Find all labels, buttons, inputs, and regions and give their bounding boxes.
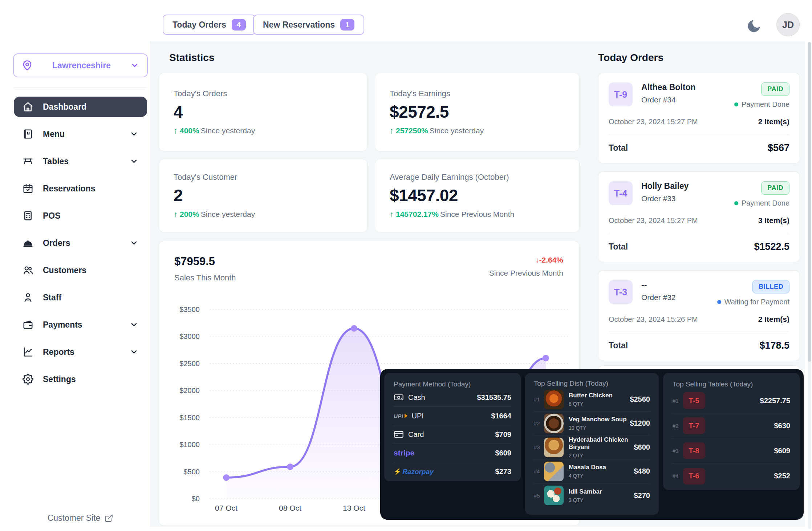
table-badge: T-4 xyxy=(609,181,633,205)
cloche-icon xyxy=(23,238,33,248)
theme-toggle-button[interactable] xyxy=(744,16,764,36)
payment-status-dot xyxy=(734,102,738,106)
payment-status-note: Waiting for Payment xyxy=(724,298,789,306)
dish-qty: 4 QTY xyxy=(569,473,606,479)
stat-delta-percent: 257250% xyxy=(396,126,428,135)
order-date: October 23, 2024 15:26 PM xyxy=(609,315,698,324)
dish-amount: $600 xyxy=(634,443,650,451)
dish-name: Idli Sambar xyxy=(569,488,602,495)
table-amount: $2257.75 xyxy=(760,397,790,405)
menu-book-icon xyxy=(23,129,33,139)
moon-icon xyxy=(746,18,762,34)
sidebar-item-reservations[interactable]: Reservations xyxy=(14,178,147,199)
order-card[interactable]: T-9 Althea Bolton Order #34 PAID Payment… xyxy=(598,73,800,163)
dish-row: #2 Veg Manchow Soup 10 QTY $1200 xyxy=(534,412,650,435)
dish-name: Butter Chicken xyxy=(569,392,613,399)
table-badge: T-6 xyxy=(683,468,705,485)
payment-amount: $709 xyxy=(495,430,512,439)
payment-amount: $31535.75 xyxy=(477,393,511,402)
sidebar-item-tables[interactable]: Tables xyxy=(14,151,147,171)
location-selector[interactable]: Lawrenceshire xyxy=(13,53,148,77)
status-badge: BILLED xyxy=(752,280,789,293)
stat-label: Today's Customer xyxy=(174,173,367,182)
payment-amount: $1664 xyxy=(491,412,511,420)
customer-name: Althea Bolton xyxy=(641,82,696,92)
sidebar-item-staff[interactable]: Staff xyxy=(14,287,147,308)
users-icon xyxy=(23,265,33,276)
sales-change-caption: Since Previous Month xyxy=(489,269,563,277)
dish-row: #1 Butter Chicken 8 QTY $2560 xyxy=(534,388,650,412)
stat-label: Today's Orders xyxy=(174,89,367,98)
table-badge: T-3 xyxy=(609,280,633,304)
rank-label: #4 xyxy=(534,468,544,474)
masala-dosa-photo xyxy=(544,462,564,481)
sidebar-item-dashboard[interactable]: Dashboard xyxy=(14,97,147,117)
wallet-icon xyxy=(23,319,33,330)
svg-text:$500: $500 xyxy=(184,468,200,476)
payment-row: stripe $609 xyxy=(394,444,511,462)
order-number: Order #33 xyxy=(641,194,689,203)
svg-text:13 Oct: 13 Oct xyxy=(343,504,365,512)
sidebar-item-reports[interactable]: Reports xyxy=(14,342,147,362)
new-reservations-button[interactable]: New Reservations 1 xyxy=(253,15,364,35)
order-total: $567 xyxy=(768,142,789,154)
idli-sambar-photo xyxy=(544,486,564,505)
razorpay-logo: Razorpay xyxy=(394,468,434,476)
sidebar-item-customers[interactable]: Customers xyxy=(14,260,147,280)
sidebar-item-label: Orders xyxy=(43,238,70,248)
payment-status-note: Payment Done xyxy=(742,100,789,109)
butter-chicken-photo xyxy=(544,390,564,409)
table-badge: T-8 xyxy=(683,442,705,459)
stat-label: Today's Earnings xyxy=(390,89,579,98)
status-badge: PAID xyxy=(761,82,789,96)
sidebar-item-orders[interactable]: Orders xyxy=(14,233,147,253)
down-arrow-icon: ↓ xyxy=(535,256,539,264)
new-reservations-button-label: New Reservations xyxy=(263,20,335,30)
table-row: #1 T-5 $2257.75 xyxy=(673,388,790,413)
stat-delta-percent: 200% xyxy=(180,210,199,219)
up-arrow-icon: ↑ xyxy=(174,210,178,219)
dish-amount: $270 xyxy=(634,491,650,500)
staff-icon xyxy=(23,292,33,303)
payment-row: Cash $31535.75 xyxy=(394,388,511,407)
sidebar-item-label: Dashboard xyxy=(43,102,86,112)
up-arrow-icon: ↑ xyxy=(390,210,394,219)
order-card[interactable]: T-3 -- Order #32 BILLED Waiting for Paym… xyxy=(598,270,800,361)
dish-amount: $480 xyxy=(634,467,650,475)
user-avatar[interactable]: JD xyxy=(776,13,800,36)
cash-icon xyxy=(394,392,404,402)
order-date: October 23, 2024 15:27 PM xyxy=(609,118,698,126)
payment-method-name: Cash xyxy=(408,393,425,402)
sidebar-item-menu[interactable]: Menu xyxy=(14,124,147,144)
dish-row: #3 Hyderabadi Chicken Biryani 2 QTY $600 xyxy=(534,435,650,459)
order-items-count: 2 Item(s) xyxy=(758,117,789,126)
sidebar-item-settings[interactable]: Settings xyxy=(14,369,147,389)
sales-change-percent: -2.64% xyxy=(539,256,563,264)
insights-overlay: Payment Method (Today) Cash $31535.75 UP… xyxy=(380,369,804,520)
payment-method-panel: Payment Method (Today) Cash $31535.75 UP… xyxy=(384,373,521,481)
table-row: #3 T-8 $609 xyxy=(673,438,790,463)
dish-qty: 10 QTY xyxy=(569,425,627,431)
sidebar-divider xyxy=(150,41,150,527)
order-total: $1522.5 xyxy=(754,241,789,252)
page-scrollbar-thumb[interactable] xyxy=(808,42,811,362)
new-reservations-count-badge: 1 xyxy=(340,19,354,31)
sidebar-item-label: Customers xyxy=(43,266,86,275)
today-orders-button[interactable]: Today Orders 4 xyxy=(163,15,256,35)
total-label: Total xyxy=(609,143,628,153)
dish-name: Masala Dosa xyxy=(569,464,606,471)
chevron-down-icon xyxy=(130,157,138,166)
order-total: $178.5 xyxy=(759,340,789,351)
sidebar-item-label: POS xyxy=(43,211,61,221)
svg-text:$2500: $2500 xyxy=(179,360,200,368)
table-row: #4 T-6 $252 xyxy=(673,463,790,489)
status-badge: PAID xyxy=(761,181,789,195)
external-link-icon xyxy=(105,514,113,523)
sidebar-item-label: Reservations xyxy=(43,184,95,194)
sidebar-item-payments[interactable]: Payments xyxy=(14,315,147,335)
divider xyxy=(609,332,789,332)
customer-site-link[interactable]: Customer Site xyxy=(11,513,150,523)
sidebar-item-pos[interactable]: POS xyxy=(14,206,147,226)
order-card[interactable]: T-4 Holly Bailey Order #33 PAID Payment … xyxy=(598,171,800,262)
top-selling-tables-panel: Top Selling Tables (Today) #1 T-5 $2257.… xyxy=(663,373,800,490)
